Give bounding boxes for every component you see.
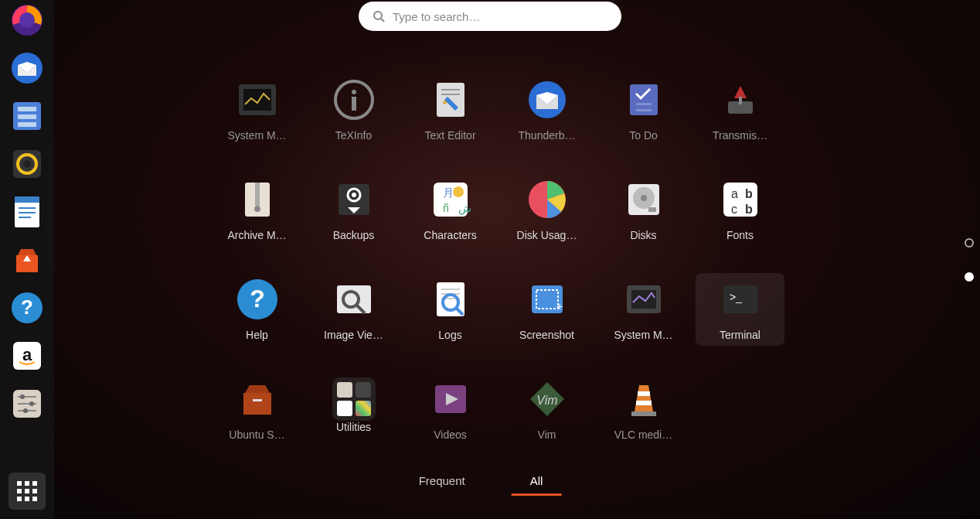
app-disk-usage[interactable]: Disk Usag… <box>502 173 591 246</box>
vlc-icon <box>622 377 665 421</box>
todo-icon <box>622 78 665 121</box>
svg-rect-70 <box>441 289 460 290</box>
app-help[interactable]: ? Help <box>213 273 301 346</box>
show-applications-button[interactable] <box>9 473 46 510</box>
dock-rhythmbox[interactable] <box>9 145 46 183</box>
svg-text:a: a <box>731 187 738 200</box>
svg-rect-4 <box>18 107 36 111</box>
svg-rect-11 <box>15 196 39 203</box>
svg-rect-5 <box>18 114 36 119</box>
tab-all[interactable]: All <box>512 474 562 496</box>
system-monitor-2-icon <box>622 278 665 321</box>
app-label: Videos <box>434 429 467 441</box>
app-texinfo[interactable]: TeXInfo <box>309 73 398 146</box>
svg-rect-12 <box>19 207 36 209</box>
svg-text:?: ? <box>21 295 33 319</box>
dock: ? a <box>0 0 54 519</box>
app-label: Help <box>246 329 268 341</box>
svg-text:a: a <box>22 345 32 364</box>
app-label: VLC medi… <box>614 429 672 441</box>
dock-help[interactable]: ? <box>9 289 46 326</box>
svg-point-57 <box>641 195 647 201</box>
app-archive-manager[interactable]: Archive M… <box>213 173 301 246</box>
app-vlc[interactable]: VLC medi… <box>599 373 688 446</box>
svg-text:>_: >_ <box>730 291 742 303</box>
svg-rect-13 <box>19 212 36 213</box>
svg-rect-86 <box>636 401 652 405</box>
apps-grid-icon <box>17 481 37 501</box>
app-label: Terminal <box>720 329 761 341</box>
backups-icon <box>332 178 376 221</box>
svg-rect-42 <box>739 97 742 104</box>
svg-rect-82 <box>253 399 262 401</box>
svg-point-51 <box>453 186 464 197</box>
dock-firefox[interactable] <box>9 2 46 39</box>
svg-point-32 <box>352 90 356 94</box>
app-thunderbird[interactable]: Thunderb… <box>502 73 591 146</box>
videos-icon <box>429 377 472 421</box>
view-tabs: Frequent All <box>419 474 562 496</box>
app-logs[interactable]: Logs <box>406 273 495 346</box>
svg-text:?: ? <box>250 285 265 312</box>
svg-text:b: b <box>745 203 753 216</box>
svg-text:c: c <box>731 203 737 216</box>
page-dot-2[interactable] <box>965 272 974 282</box>
page-dot-1[interactable] <box>965 238 974 248</box>
app-vim[interactable]: Vim Vim <box>502 373 591 446</box>
app-label: Fonts <box>726 229 754 241</box>
search-placeholder: Type to search… <box>393 10 480 23</box>
app-screenshot[interactable]: + Screenshot <box>502 273 591 346</box>
app-label: Ubuntu S… <box>229 429 284 441</box>
characters-icon: 月ñش <box>429 178 472 221</box>
app-system-monitor-2[interactable]: System M… <box>599 273 688 346</box>
app-label: Screenshot <box>519 329 574 341</box>
app-label: Disk Usag… <box>517 229 577 241</box>
search-input[interactable]: Type to search… <box>359 2 621 31</box>
svg-rect-85 <box>638 391 650 396</box>
fonts-icon: abcb <box>719 178 762 221</box>
dock-amazon[interactable]: a <box>9 337 46 374</box>
app-fonts[interactable]: abcb Fonts <box>696 173 784 246</box>
app-label: Transmis… <box>713 129 767 142</box>
svg-point-26 <box>23 408 28 413</box>
app-text-editor[interactable]: Text Editor <box>406 73 495 146</box>
thunderbird-icon <box>526 78 569 121</box>
app-ubuntu-software[interactable]: Ubuntu S… <box>213 373 301 446</box>
app-utilities-folder[interactable]: Utilities <box>309 373 398 446</box>
app-label: Logs <box>438 329 461 341</box>
app-terminal[interactable]: >_ Terminal <box>696 273 784 346</box>
vim-icon: Vim <box>526 377 569 421</box>
svg-point-9 <box>23 160 31 168</box>
svg-point-1 <box>19 12 35 28</box>
dock-ubuntu-software[interactable] <box>9 241 46 278</box>
text-editor-icon <box>429 78 472 121</box>
svg-point-48 <box>352 193 356 197</box>
app-transmission[interactable]: Transmis… <box>696 73 784 146</box>
ubuntu-software-icon <box>236 377 279 421</box>
svg-point-45 <box>254 206 260 212</box>
dock-libreoffice-writer[interactable] <box>9 193 46 230</box>
app-characters[interactable]: 月ñش Characters <box>406 173 495 246</box>
app-videos[interactable]: Videos <box>406 373 495 446</box>
app-label: Image Vie… <box>324 329 383 341</box>
tab-frequent[interactable]: Frequent <box>419 474 465 496</box>
app-image-viewer[interactable]: Image Vie… <box>309 273 398 346</box>
texinfo-icon <box>332 78 376 121</box>
svg-text:+: + <box>556 300 563 312</box>
app-label: TeXInfo <box>335 129 372 142</box>
disk-usage-icon <box>526 178 569 221</box>
app-label: Vim <box>538 429 556 441</box>
app-backups[interactable]: Backups <box>309 173 398 246</box>
terminal-icon: >_ <box>719 278 762 321</box>
screenshot-icon: + <box>526 278 569 321</box>
app-system-monitor[interactable]: System M… <box>213 73 301 146</box>
dock-files[interactable] <box>9 97 46 135</box>
search-icon <box>373 10 385 22</box>
app-label: To Do <box>629 129 658 142</box>
dock-thunderbird[interactable] <box>9 50 46 87</box>
app-todo[interactable]: To Do <box>599 73 688 146</box>
app-disks[interactable]: Disks <box>599 173 688 246</box>
dock-settings[interactable] <box>9 385 46 422</box>
app-label: Thunderb… <box>519 129 576 142</box>
app-label: Utilities <box>336 421 371 433</box>
